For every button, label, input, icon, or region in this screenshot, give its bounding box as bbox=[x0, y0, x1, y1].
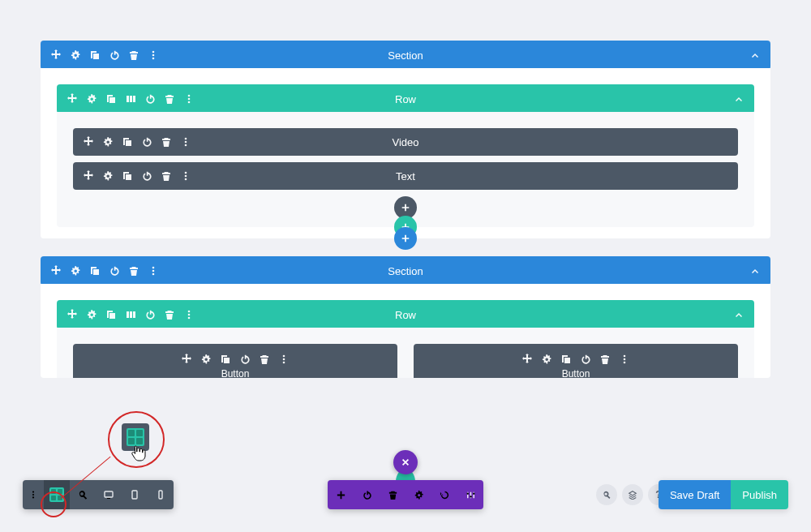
more-icon[interactable] bbox=[23, 480, 44, 509]
gear-icon[interactable] bbox=[406, 480, 431, 509]
phone-icon[interactable] bbox=[148, 480, 174, 509]
section-bar[interactable]: Section bbox=[41, 41, 770, 70]
publish-button[interactable]: Publish bbox=[731, 480, 788, 509]
trash-icon[interactable] bbox=[128, 49, 139, 61]
trash-icon[interactable] bbox=[128, 265, 139, 277]
move-icon[interactable] bbox=[50, 265, 62, 277]
module-label: Button bbox=[562, 368, 590, 378]
row-bar[interactable]: Row bbox=[57, 300, 754, 329]
section-bar[interactable]: Section bbox=[41, 256, 770, 285]
section-2: Section Row bbox=[41, 256, 770, 378]
gear-icon[interactable] bbox=[86, 309, 97, 320]
move-icon[interactable] bbox=[67, 309, 78, 320]
module-label: Text bbox=[396, 170, 415, 182]
duplicate-icon[interactable] bbox=[122, 136, 133, 148]
collapse-icon[interactable] bbox=[749, 265, 761, 277]
builder-canvas: Section Row bbox=[0, 0, 811, 378]
more-icon[interactable] bbox=[148, 265, 159, 277]
duplicate-icon[interactable] bbox=[220, 354, 231, 365]
more-icon[interactable] bbox=[278, 354, 290, 365]
gear-icon[interactable] bbox=[102, 170, 114, 182]
module-label: Video bbox=[392, 136, 418, 148]
more-icon[interactable] bbox=[183, 93, 195, 105]
power-icon[interactable] bbox=[354, 480, 380, 509]
gear-icon[interactable] bbox=[102, 136, 114, 148]
row-body: Video Text bbox=[57, 112, 754, 227]
layers-button[interactable] bbox=[622, 484, 643, 505]
desktop-icon[interactable] bbox=[96, 480, 122, 509]
search-button[interactable] bbox=[596, 484, 617, 505]
save-actions: Save Draft Publish bbox=[659, 480, 788, 509]
move-icon[interactable] bbox=[83, 170, 94, 182]
more-icon[interactable] bbox=[180, 136, 191, 148]
module-video[interactable]: Video bbox=[73, 128, 738, 156]
sliders-icon[interactable] bbox=[457, 480, 483, 509]
duplicate-icon[interactable] bbox=[105, 93, 117, 105]
duplicate-icon[interactable] bbox=[105, 309, 117, 320]
row-body: Button bbox=[57, 328, 754, 378]
page-toolbar bbox=[328, 480, 483, 509]
columns-icon[interactable] bbox=[125, 309, 136, 320]
wireframe-view-button[interactable] bbox=[44, 480, 70, 509]
power-icon[interactable] bbox=[141, 136, 152, 148]
module-label: Button bbox=[221, 368, 250, 378]
power-icon[interactable] bbox=[239, 354, 251, 365]
power-icon[interactable] bbox=[580, 354, 591, 365]
add-icon[interactable] bbox=[328, 480, 354, 509]
move-icon[interactable] bbox=[181, 354, 192, 365]
duplicate-icon[interactable] bbox=[89, 265, 101, 277]
history-icon[interactable] bbox=[431, 480, 457, 509]
move-icon[interactable] bbox=[50, 49, 62, 61]
close-panel-button[interactable] bbox=[393, 450, 418, 474]
section-body: Row bbox=[41, 284, 770, 378]
tablet-icon[interactable] bbox=[122, 480, 148, 509]
move-icon[interactable] bbox=[83, 136, 94, 148]
gear-icon[interactable] bbox=[86, 93, 97, 105]
module-text[interactable]: Text bbox=[73, 162, 738, 190]
gear-icon[interactable] bbox=[70, 265, 81, 277]
trash-icon[interactable] bbox=[380, 480, 406, 509]
save-draft-button[interactable]: Save Draft bbox=[659, 480, 731, 509]
trash-icon[interactable] bbox=[161, 136, 172, 148]
more-icon[interactable] bbox=[180, 170, 191, 182]
trash-icon[interactable] bbox=[164, 93, 175, 105]
module-button-left[interactable]: Button bbox=[73, 344, 397, 378]
power-icon[interactable] bbox=[141, 170, 152, 182]
more-icon[interactable] bbox=[148, 49, 159, 61]
section-1: Section Row bbox=[41, 41, 770, 238]
duplicate-icon[interactable] bbox=[89, 49, 101, 61]
trash-icon[interactable] bbox=[599, 354, 611, 365]
row-bar[interactable]: Row bbox=[57, 84, 754, 114]
collapse-icon[interactable] bbox=[733, 309, 744, 320]
collapse-icon[interactable] bbox=[733, 93, 744, 105]
more-icon[interactable] bbox=[619, 354, 630, 365]
power-icon[interactable] bbox=[144, 309, 156, 320]
trash-icon[interactable] bbox=[161, 170, 172, 182]
trash-icon[interactable] bbox=[259, 354, 270, 365]
columns-icon[interactable] bbox=[125, 93, 136, 105]
view-toolbar bbox=[23, 480, 174, 509]
row-label: Row bbox=[395, 309, 416, 321]
section-label: Section bbox=[388, 49, 423, 62]
gear-icon[interactable] bbox=[541, 354, 552, 365]
power-icon[interactable] bbox=[144, 93, 156, 105]
zoom-icon[interactable] bbox=[70, 480, 96, 509]
move-icon[interactable] bbox=[521, 354, 533, 365]
gear-icon[interactable] bbox=[200, 354, 212, 365]
module-button-right[interactable]: Button bbox=[414, 344, 738, 378]
section-body: Row bbox=[41, 68, 770, 238]
section-label: Section bbox=[388, 265, 423, 277]
duplicate-icon[interactable] bbox=[122, 170, 133, 182]
more-icon[interactable] bbox=[183, 309, 195, 320]
move-icon[interactable] bbox=[67, 93, 78, 105]
wireframe-preview-tile bbox=[122, 423, 149, 451]
collapse-icon[interactable] bbox=[749, 49, 761, 61]
gear-icon[interactable] bbox=[70, 49, 81, 61]
power-icon[interactable] bbox=[109, 265, 120, 277]
row-label: Row bbox=[395, 93, 416, 105]
add-section-button[interactable] bbox=[394, 227, 417, 250]
trash-icon[interactable] bbox=[164, 309, 175, 320]
duplicate-icon[interactable] bbox=[560, 354, 572, 365]
power-icon[interactable] bbox=[109, 49, 120, 61]
